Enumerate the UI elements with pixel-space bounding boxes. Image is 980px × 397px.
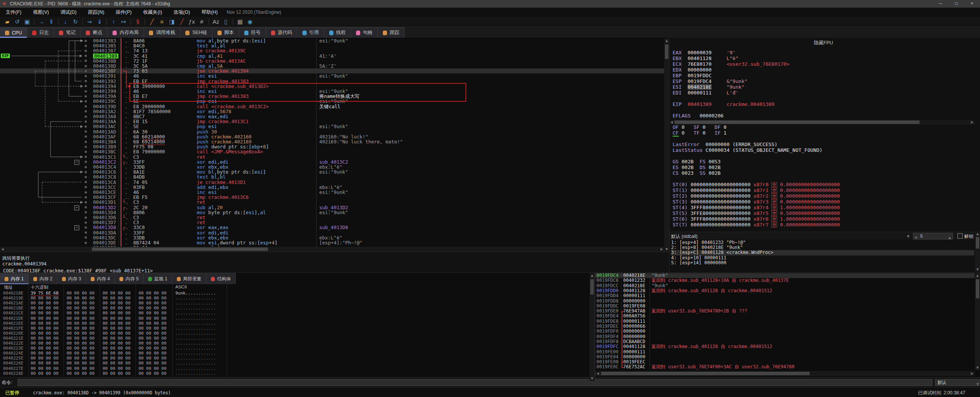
- scroll-thumb[interactable]: [675, 120, 920, 124]
- tab-线程[interactable]: 线程: [324, 27, 351, 38]
- scroll-thumb[interactable]: [665, 44, 668, 59]
- maximize-button[interactable]: □: [949, 0, 964, 8]
- tab-日志[interactable]: 日志: [27, 27, 54, 38]
- stack-row[interactable]: 0019FE0000000111: [595, 350, 975, 355]
- calculator-icon[interactable]: ▦: [235, 17, 245, 27]
- disasm-row[interactable]: 0040138F.˯73 03jae crackme.401394: [0, 68, 664, 73]
- args-row[interactable]: 4: [esp+10] 00000111: [671, 255, 974, 260]
- scroll-thumb[interactable]: [590, 279, 594, 294]
- dump-row[interactable]: 004021FE00 00 00 0000 00 00 0000 00 00 0…: [0, 326, 590, 331]
- dump-tab-内存 1[interactable]: 内存 1: [0, 273, 29, 284]
- tab-SEH链[interactable]: SEH链: [180, 27, 212, 38]
- menu-item[interactable]: 跟踪(N): [82, 8, 110, 17]
- register-line[interactable]: ST(4) 3FFF8000000000000000 x87r4 空 1.000…: [673, 205, 840, 211]
- pause-icon[interactable]: ‖: [46, 17, 56, 27]
- disasm-row[interactable]: 004013BC.E8 79000000call <JMP.&MessageBo…: [0, 149, 664, 154]
- register-line[interactable]: CS 0023 SS 002B: [673, 170, 720, 176]
- scroll-down-arrow[interactable]: ▼: [664, 247, 669, 251]
- disasm-row[interactable]: 004013D4.8806mov byte ptr ds:[esi],alesi…: [0, 210, 664, 215]
- disasm-row[interactable]: 00401391.46inc esiesi:"9unk": [0, 73, 664, 78]
- dump-tab-内存 2[interactable]: 内存 2: [29, 273, 57, 284]
- register-line[interactable]: EBP 0019FDDC: [673, 73, 712, 78]
- scroll-left-arrow[interactable]: ◀: [596, 372, 600, 375]
- hide-fpu-button[interactable]: 隐藏FPU: [814, 40, 833, 46]
- stack-row[interactable]: 0019FDC800401232返回到 crackme.sub_401128+1…: [595, 278, 975, 283]
- graph-icon[interactable]: ◨: [167, 17, 177, 27]
- register-line[interactable]: ES 002B DS 002B: [673, 164, 720, 170]
- tab-笔记[interactable]: 笔记: [54, 27, 81, 38]
- register-line[interactable]: EBX 00401128 L"è": [673, 55, 738, 61]
- args-row[interactable]: 3: [esp+C] 00401128 <crackme.WndProc>: [671, 250, 974, 255]
- disasm-row[interactable]: 004013B9.FF75 08push dword ptr ss:[ebp+8…: [0, 144, 664, 149]
- close-button[interactable]: ×: [964, 0, 980, 8]
- dump-tab-监视 1[interactable]: 监视 1: [144, 273, 172, 284]
- register-line[interactable]: ST(2) 00000000000000000000 x87r2 空 0.000…: [673, 193, 840, 199]
- stack-row[interactable]: 0019FDF400000000: [595, 334, 975, 339]
- stack-row[interactable]: 0019FDFC00401128返回到 crackme.sub_401128 自…: [595, 344, 975, 349]
- scroll-right-arrow[interactable]: ▶: [970, 120, 974, 124]
- dump-row[interactable]: 0040220E00 00 00 0000 00 00 0000 00 00 0…: [0, 331, 590, 336]
- dump-row[interactable]: 004021AE00 00 00 0000 00 00 0000 00 00 0…: [0, 301, 590, 306]
- scroll-right-arrow[interactable]: ▶: [970, 372, 974, 375]
- menu-item[interactable]: 帮助(H): [196, 8, 223, 17]
- trace-over-icon[interactable]: ⇓: [95, 17, 105, 27]
- menu-item[interactable]: 选项(O): [168, 8, 196, 17]
- stack-row[interactable]: 0019FE0C76E752AC返回到 user32.sub_76E74F00+…: [595, 364, 975, 369]
- highlight-icon[interactable]: ╱: [177, 17, 187, 27]
- register-line[interactable]: ECX 76E80170 <user32.sub_76E80170>: [673, 61, 789, 67]
- register-line[interactable]: LastError 00000000 (ERROR_SUCCESS): [673, 142, 777, 147]
- disasm-row[interactable]: 004013C1└.C3ret: [0, 155, 664, 159]
- globe-icon[interactable]: ◉: [245, 17, 255, 27]
- menu-item[interactable]: 收藏夹(I): [137, 8, 168, 17]
- tab-CPU[interactable]: CPU: [0, 27, 27, 38]
- stack-row[interactable]: 0019FDE800000111: [595, 319, 975, 324]
- tab-句柄[interactable]: 句柄: [351, 27, 378, 38]
- disasm-row[interactable]: 004013DA.33FFxor edi,edi: [0, 230, 664, 235]
- register-line[interactable]: GS 002B FS 0053: [673, 159, 720, 164]
- menu-item[interactable]: 插件(P): [110, 8, 137, 17]
- fx-icon[interactable]: ƒx: [187, 17, 197, 27]
- disasm-row[interactable]: 0040139D.E8 20000000call <crackme.sub_40…: [0, 104, 664, 109]
- disasm-row[interactable]: −004013C2┌.33FFxor edi,edisub_4013C2: [0, 159, 664, 164]
- patch-icon[interactable]: ╱: [147, 17, 157, 27]
- stop-icon[interactable]: ▣: [22, 17, 32, 27]
- scroll-thumb[interactable]: [976, 237, 979, 249]
- register-line[interactable]: EAX 00000039 '9': [673, 50, 735, 55]
- stack-row[interactable]: 0019FDF000000000: [595, 329, 975, 334]
- scroll-up-arrow[interactable]: ▲: [975, 274, 980, 277]
- dump-tab-内存 3[interactable]: 内存 3: [57, 273, 86, 284]
- calling-convention-label[interactable]: 默认 (stdcall): [671, 233, 697, 240]
- dump-row[interactable]: 0040226E00 00 00 0000 00 00 0000 00 00 0…: [0, 361, 590, 366]
- scroll-thumb[interactable]: [601, 372, 810, 375]
- register-line[interactable]: ST(3) 00000000000000000000 x87r3 空 0.000…: [673, 199, 840, 205]
- stack-row[interactable]: 0019FE080019FEEC: [595, 360, 975, 364]
- dump-tab-内存 5[interactable]: 内存 5: [115, 273, 144, 284]
- comment-icon[interactable]: ≡: [157, 17, 167, 27]
- disasm-row[interactable]: 004013D1└.C3ret: [0, 200, 664, 205]
- disasm-row[interactable]: 004013AF.68 60214000push crackme.4021604…: [0, 134, 664, 139]
- stack-row[interactable]: 0019FDD000401128返回到 crackme.sub_401128 自…: [595, 288, 975, 293]
- dump-row[interactable]: 0040227E00 00 00 0000 00 00 0000 00 00 0…: [0, 366, 590, 371]
- disasm-row[interactable]: 0040138B.˯72 1Fjb crackme.4013AC: [0, 59, 664, 63]
- dump-row[interactable]: 0040218E39 75 6E 6B00 00 00 0000 00 00 0…: [0, 291, 590, 296]
- dump-row[interactable]: 0040228E00 00 00 0000 00 00 0000 00 00 0…: [0, 371, 590, 376]
- scroll-up-arrow[interactable]: ▲: [590, 274, 595, 277]
- disasm-row[interactable]: 004013A2.81F7 78560000xor edi,5678: [0, 109, 664, 114]
- register-line[interactable]: OF 0 SF 0 DF 0: [673, 124, 727, 130]
- dump-row[interactable]: 0040222E00 00 00 0000 00 00 0000 00 00 0…: [0, 341, 590, 346]
- dump-row[interactable]: 004021EE00 00 00 0000 00 00 0000 00 00 0…: [0, 321, 590, 326]
- dump-tab-局部变量[interactable]: 局部变量: [172, 273, 206, 284]
- disasm-row[interactable]: 004013CC.03FBadd edi,ebxebx:L"è": [0, 185, 664, 190]
- dump-row[interactable]: 004021CE00 00 00 0000 00 00 0000 00 00 0…: [0, 311, 590, 316]
- tab-断点[interactable]: 断点: [81, 27, 108, 38]
- scroll-up-arrow[interactable]: ▲: [975, 232, 980, 236]
- stack-row[interactable]: 0019FE0400000000: [595, 355, 975, 360]
- stack-row[interactable]: 0019FDD400000111: [595, 293, 975, 298]
- disasm-vscrollbar[interactable]: [664, 38, 669, 252]
- disasm-row[interactable]: 00401385.84C0test al,al: [0, 43, 664, 48]
- scroll-left-arrow[interactable]: ◀: [670, 120, 674, 124]
- dump-row[interactable]: 0040219E00 00 00 0000 00 00 0000 00 00 0…: [0, 296, 590, 301]
- dump-row[interactable]: 0040225E00 00 00 0000 00 00 0000 00 00 0…: [0, 356, 590, 361]
- disasm-row[interactable]: 004013CA.˯74 05je crackme.4013D1: [0, 180, 664, 185]
- scroll-up-arrow[interactable]: ▲: [664, 39, 669, 42]
